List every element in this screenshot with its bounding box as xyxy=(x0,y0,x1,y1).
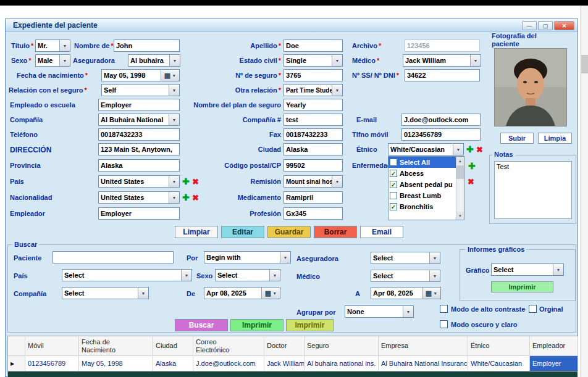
etnico-delete-icon[interactable]: ✖ xyxy=(476,146,483,154)
enfermedad-item[interactable]: Select All xyxy=(388,157,456,168)
imprimir-button-2[interactable]: Imprimir xyxy=(286,319,334,331)
grid-header-selector[interactable] xyxy=(8,336,25,356)
pais-select[interactable]: United States▼ xyxy=(98,175,180,188)
enfermedad-item[interactable]: ✓Abcess xyxy=(388,168,456,179)
checkbox-icon[interactable]: ✓ xyxy=(390,203,397,210)
row-selector[interactable]: ▶ xyxy=(8,356,25,371)
informes-imprimir-button[interactable]: Imprimir xyxy=(491,281,553,292)
nacionalidad-select[interactable]: United States▼ xyxy=(98,191,180,204)
checkbox-icon[interactable] xyxy=(390,192,397,199)
grid-cell[interactable]: 0123456789 xyxy=(25,356,79,371)
grid-header[interactable]: Ciudad xyxy=(153,336,193,356)
num-seguro-input[interactable]: 3765 xyxy=(284,69,343,81)
email-input[interactable]: J.doe@outlock.com xyxy=(401,114,481,126)
direccion-input[interactable]: 123 Main St, Anytown, xyxy=(98,143,180,155)
codigo-postal-input[interactable]: 99502 xyxy=(284,159,343,172)
scroll-down-icon[interactable]: ▼ xyxy=(456,212,464,220)
empleado-escuela-input[interactable]: Employer xyxy=(98,99,180,111)
editar-button[interactable]: Editar xyxy=(221,226,264,238)
compania-num-input[interactable]: test xyxy=(284,114,343,126)
grid-header[interactable]: Fecha de Nacimiento xyxy=(79,336,153,356)
tlfno-movil-input[interactable]: 0123456789 xyxy=(401,128,481,141)
close-button[interactable]: ✕ xyxy=(554,21,574,30)
enfermedad-listbox[interactable]: Select All ✓Abcess ✓Absent pedal pu Brea… xyxy=(388,156,464,220)
grid-header[interactable]: Étnico xyxy=(468,336,530,356)
search-paciente-input[interactable] xyxy=(52,251,174,263)
notes-textarea[interactable]: Test xyxy=(494,161,572,219)
search-agrupar-select[interactable]: None▼ xyxy=(345,305,414,318)
etnico-add-icon[interactable]: ✚ xyxy=(466,145,474,154)
aseguradora-select[interactable]: Al buhaira▼ xyxy=(128,54,180,67)
grid-cell[interactable]: Alaska xyxy=(153,356,193,371)
guardar-button[interactable]: Guardar xyxy=(267,226,311,238)
relacion-seguro-select[interactable]: Self▼ xyxy=(101,84,180,96)
apellido-input[interactable]: Doe xyxy=(284,39,343,52)
search-aseguradora-select[interactable]: Select▼ xyxy=(371,252,440,264)
grid-cell[interactable]: J.doe@outlock.com xyxy=(193,356,264,371)
grid-header[interactable]: Empresa xyxy=(379,336,468,356)
remision-select[interactable]: Mount sinai hospital▼ xyxy=(284,175,343,188)
nss-dni-input[interactable]: 34622 xyxy=(405,69,480,81)
enfermedad-scrollbar-thumb[interactable] xyxy=(456,165,464,179)
enfermedad-item[interactable]: ✓Absent pedal pu xyxy=(388,179,456,190)
plan-seguro-input[interactable]: Yearly xyxy=(284,99,343,111)
profesion-input[interactable]: Gx345 xyxy=(284,207,343,220)
medico-select[interactable]: Jack William▼ xyxy=(403,54,481,67)
provincia-input[interactable]: Alaska xyxy=(98,159,180,172)
telefono-input[interactable]: 00187432233 xyxy=(98,128,180,141)
grid-cell[interactable]: Al Buhaira National Insurance xyxy=(379,356,468,371)
otra-relacion-select[interactable]: Part Time Student▼ xyxy=(284,84,343,96)
ciudad-input[interactable]: Alaska xyxy=(284,143,343,155)
page-scrollbar[interactable] xyxy=(580,6,588,377)
search-sexo-select[interactable]: Select▼ xyxy=(215,269,280,281)
compania-select[interactable]: Al Buhaira National▼ xyxy=(98,114,180,126)
modo-oscuro-checkbox[interactable] xyxy=(440,320,448,328)
enfermedad-scrollbar[interactable]: ▲ ▼ xyxy=(456,157,464,220)
grid-cell[interactable]: May 05, 1998 xyxy=(79,356,153,371)
grid-header[interactable]: Empleador xyxy=(530,336,578,356)
grid-cell-selected[interactable]: Employer xyxy=(530,356,578,371)
checkbox-icon[interactable] xyxy=(390,159,397,166)
subir-button[interactable]: Subir xyxy=(500,133,534,144)
grid-cell[interactable]: Al buhaira national ins. xyxy=(304,356,379,371)
buscar-button[interactable]: Buscar xyxy=(175,319,228,331)
enfermedad-add-icon[interactable]: ✚ xyxy=(468,162,476,170)
sexo-select[interactable]: Male▼ xyxy=(35,54,70,67)
orginal-checkbox[interactable] xyxy=(529,305,537,313)
borrar-button[interactable]: Borrar xyxy=(314,226,357,238)
imprimir-button[interactable]: Imprimir xyxy=(230,319,284,331)
search-medico-select[interactable]: Select▼ xyxy=(371,270,440,282)
search-pais-select[interactable]: Select▼ xyxy=(62,269,192,281)
search-de-datepicker[interactable]: Apr 08, 2025▦▼ xyxy=(204,287,280,299)
scroll-up-icon[interactable]: ▲ xyxy=(456,157,464,165)
etnico-select[interactable]: White/Caucasian▼ xyxy=(388,143,464,155)
grid-cell[interactable]: Jack William xyxy=(264,356,304,371)
grid-header[interactable]: Seguro xyxy=(304,336,379,356)
search-por-select[interactable]: Begin with▼ xyxy=(204,251,291,263)
alto-contraste-checkbox[interactable] xyxy=(440,305,448,313)
medicamento-input[interactable]: Ramipril xyxy=(284,191,343,204)
checkbox-icon[interactable]: ✓ xyxy=(390,170,397,177)
fecha-nacimiento-datepicker[interactable]: May 05, 1998▦▼ xyxy=(101,69,180,81)
grid-header[interactable]: Móvil xyxy=(25,336,79,356)
minimize-button[interactable]: — xyxy=(522,21,537,30)
search-a-datepicker[interactable]: Apr 08, 2025▦▼ xyxy=(371,287,441,299)
search-compania-select[interactable]: Select▼ xyxy=(62,287,149,299)
enfermedad-item[interactable]: ✓Bronchitis xyxy=(388,201,456,212)
enfermedad-delete-icon[interactable]: ✖ xyxy=(468,178,474,186)
page-scrollbar-thumb[interactable] xyxy=(581,55,588,73)
grid-data-row[interactable]: ▶ 0123456789 May 05, 1998 Alaska J.doe@o… xyxy=(8,356,577,371)
estado-civil-select[interactable]: Single▼ xyxy=(284,54,343,67)
grid-header[interactable]: Doctor xyxy=(264,336,304,356)
limpiar-button[interactable]: Limpiar xyxy=(175,226,218,238)
titulo-select[interactable]: Mr.▼ xyxy=(35,39,70,52)
limpia-button[interactable]: Limpia xyxy=(538,133,572,144)
nombre-input[interactable]: John xyxy=(114,39,180,52)
email-button[interactable]: Email xyxy=(360,226,403,238)
empleador-input[interactable]: Employer xyxy=(98,207,180,220)
grid-cell[interactable]: White/Caucasian xyxy=(468,356,530,371)
grafico-select[interactable]: Select▼ xyxy=(491,263,564,276)
enfermedad-item[interactable]: Breast Lumb xyxy=(388,190,456,201)
window-titlebar[interactable]: Expediente del paciente xyxy=(6,19,578,32)
checkbox-icon[interactable]: ✓ xyxy=(390,181,397,188)
